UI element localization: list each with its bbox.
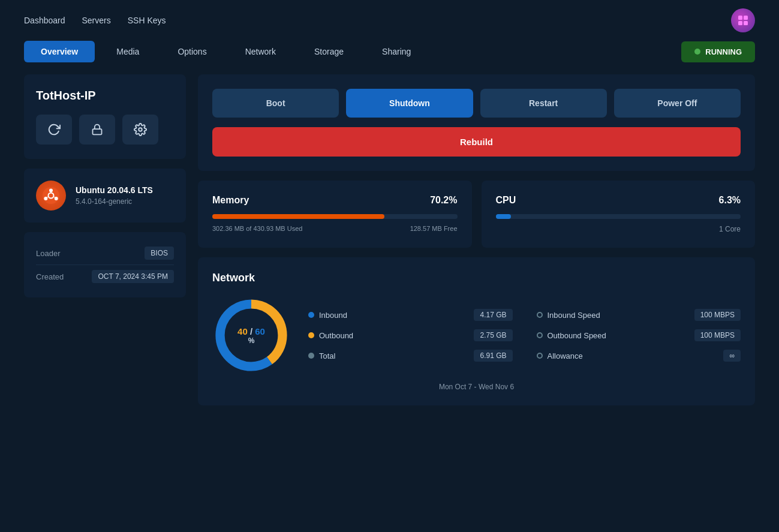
outbound-speed-label: Outbound Speed — [548, 331, 606, 340]
outbound-label-wrap: Outbound — [308, 331, 353, 340]
boot-button[interactable]: Boot — [212, 89, 339, 118]
tab-overview[interactable]: Overview — [24, 41, 95, 62]
network-date: Mon Oct 7 - Wed Nov 6 — [212, 383, 741, 391]
inbound-speed-value: 100 MBPS — [694, 309, 741, 321]
stats-row: Memory 70.2% 302.36 MB of 430.93 MB Used… — [198, 181, 755, 248]
total-dot — [308, 353, 314, 359]
outbound-dot — [308, 332, 314, 338]
tab-options[interactable]: Options — [161, 41, 223, 62]
memory-progress-bg — [212, 214, 458, 219]
tabs: Overview Media Options Network Storage S… — [24, 41, 428, 62]
outbound-value: 2.75 GB — [474, 329, 512, 341]
cpu-cores: 1 Core — [719, 225, 741, 233]
created-row: Created OCT 7, 2024 3:45 PM — [36, 265, 174, 288]
svg-rect-1 — [744, 16, 748, 20]
os-card: Ubuntu 20.04.6 LTS 5.4.0-164-generic — [24, 169, 186, 223]
power-card: Boot Shutdown Restart Power Off Rebuild — [198, 74, 755, 171]
tab-sharing[interactable]: Sharing — [365, 41, 428, 62]
tab-bar: Overview Media Options Network Storage S… — [0, 41, 779, 74]
nav-ssh-keys[interactable]: SSH Keys — [128, 16, 166, 25]
user-avatar[interactable] — [731, 8, 755, 32]
nav-servers[interactable]: Servers — [82, 16, 111, 25]
cpu-label: CPU — [496, 195, 516, 206]
server-name: TotHost-IP — [36, 89, 174, 103]
svg-rect-4 — [93, 129, 102, 134]
svg-line-13 — [47, 197, 48, 198]
poweroff-button[interactable]: Power Off — [614, 89, 741, 118]
created-value: OCT 7, 2024 3:45 PM — [92, 270, 174, 283]
total-label: Total — [319, 351, 335, 360]
allowance-value: ∞ — [723, 350, 741, 362]
settings-icon-btn[interactable] — [122, 115, 158, 145]
network-body: 40 / 60 % Inbound 4.17 — [212, 296, 741, 374]
outbound-label: Outbound — [319, 331, 353, 340]
donut-center: 40 / 60 % — [237, 326, 265, 345]
left-panel: TotHost-IP — [24, 74, 186, 405]
network-card: Network 40 / 60 — [198, 257, 755, 405]
memory-free: 128.57 MB Free — [410, 225, 458, 232]
svg-rect-2 — [738, 21, 742, 25]
cpu-card: CPU 6.3% 1 Core — [482, 181, 756, 248]
memory-header: Memory 70.2% — [212, 195, 458, 206]
outbound-speed-row: Outbound Speed 100 MBPS — [537, 329, 741, 341]
total-row: Total 6.91 GB — [308, 350, 513, 362]
rebuild-button[interactable]: Rebuild — [212, 127, 741, 157]
allowance-dot — [537, 353, 543, 359]
status-label: RUNNING — [705, 47, 742, 56]
allowance-label-wrap: Allowance — [537, 351, 583, 360]
status-badge: RUNNING — [681, 41, 755, 62]
power-buttons: Boot Shutdown Restart Power Off — [212, 89, 741, 118]
os-name: Ubuntu 20.04.6 LTS — [76, 185, 153, 195]
outbound-speed-dot — [537, 332, 543, 338]
server-name-card: TotHost-IP — [24, 74, 186, 159]
top-nav: Dashboard Servers SSH Keys — [0, 0, 779, 41]
nav-dashboard[interactable]: Dashboard — [24, 16, 65, 25]
loader-value: BIOS — [145, 247, 174, 260]
cpu-header: CPU 6.3% — [496, 195, 741, 206]
inbound-label-wrap: Inbound — [308, 311, 347, 320]
restart-button[interactable]: Restart — [480, 89, 607, 118]
inbound-dot — [308, 312, 314, 318]
svg-point-5 — [139, 128, 142, 131]
svg-rect-3 — [744, 21, 748, 25]
shutdown-button[interactable]: Shutdown — [346, 89, 473, 118]
inbound-speed-label-wrap: Inbound Speed — [537, 311, 600, 320]
cpu-percent: 6.3% — [719, 195, 741, 206]
main-content: TotHost-IP — [0, 74, 779, 405]
memory-used: 302.36 MB of 430.93 MB Used — [212, 225, 302, 232]
ubuntu-icon — [36, 181, 66, 211]
os-info: Ubuntu 20.04.6 LTS 5.4.0-164-generic — [76, 185, 153, 206]
donut-chart: 40 / 60 % — [212, 296, 290, 374]
outbound-speed-label-wrap: Outbound Speed — [537, 331, 606, 340]
os-kernel: 5.4.0-164-generic — [76, 197, 153, 206]
restart-icon-btn[interactable] — [36, 115, 72, 145]
tab-media[interactable]: Media — [100, 41, 156, 62]
allowance-row: Allowance ∞ — [537, 350, 741, 362]
outbound-row: Outbound 2.75 GB — [308, 329, 513, 341]
inbound-value: 4.17 GB — [474, 309, 512, 321]
cpu-progress-bg — [496, 214, 741, 219]
svg-line-12 — [55, 197, 55, 198]
cpu-progress-fill — [496, 214, 512, 219]
inbound-speed-row: Inbound Speed 100 MBPS — [537, 309, 741, 321]
created-label: Created — [36, 272, 64, 281]
net-col-right: Inbound Speed 100 MBPS Outbound Speed 10… — [537, 309, 741, 362]
inbound-row: Inbound 4.17 GB — [308, 309, 513, 321]
outbound-speed-value: 100 MBPS — [694, 329, 741, 341]
total-value: 6.91 GB — [474, 350, 512, 362]
memory-progress-fill — [212, 214, 384, 219]
memory-card: Memory 70.2% 302.36 MB of 430.93 MB Used… — [198, 181, 472, 248]
tab-storage[interactable]: Storage — [297, 41, 360, 62]
memory-label: Memory — [212, 195, 249, 206]
memory-percent: 70.2% — [430, 195, 457, 206]
total-label-wrap: Total — [308, 351, 335, 360]
donut-inbound-val: 40 / 60 — [237, 326, 265, 336]
loader-label: Loader — [36, 249, 60, 258]
donut-pct: % — [237, 336, 265, 345]
net-col-left: Inbound 4.17 GB Outbound 2.75 GB — [308, 309, 513, 362]
tab-network[interactable]: Network — [228, 41, 293, 62]
info-card: Loader BIOS Created OCT 7, 2024 3:45 PM — [24, 232, 186, 297]
lock-icon-btn[interactable] — [79, 115, 115, 145]
inbound-speed-label: Inbound Speed — [548, 311, 600, 320]
status-dot — [694, 49, 700, 55]
